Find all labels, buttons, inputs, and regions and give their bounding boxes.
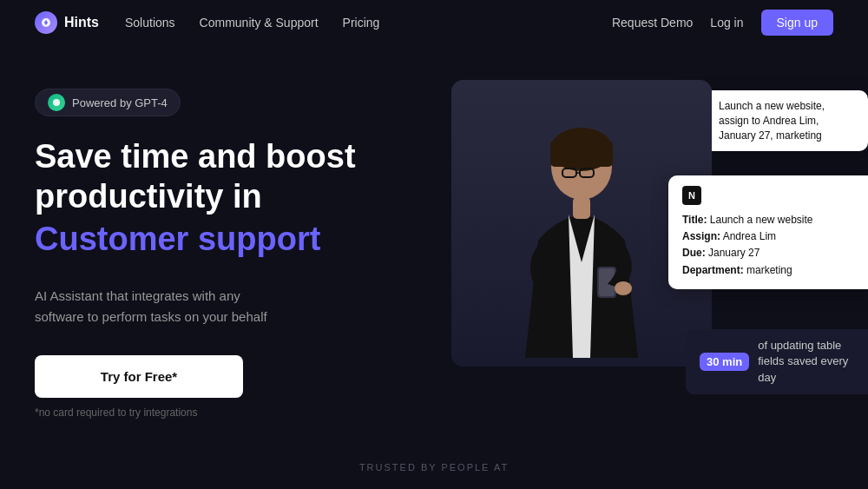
chat-bubble-top-text: Launch a new website, assign to Andrea L… xyxy=(719,99,856,142)
gpt-badge: Powered by GPT-4 xyxy=(35,89,181,116)
login-link[interactable]: Log in xyxy=(710,16,743,30)
request-demo-link[interactable]: Request Demo xyxy=(612,16,693,30)
time-badge-text: of updating table fields saved every day xyxy=(758,338,863,386)
hero-right: Launch a new website, assign to Andrea L… xyxy=(451,80,833,419)
svg-rect-5 xyxy=(550,141,613,167)
nav-right: Request Demo Log in Sign up xyxy=(612,10,833,36)
svg-point-12 xyxy=(615,281,632,295)
notion-card-header: N xyxy=(682,186,863,205)
time-badge-highlight: 30 min xyxy=(700,353,749,371)
nav-solutions[interactable]: Solutions xyxy=(125,16,175,30)
logo-icon xyxy=(35,11,57,34)
hero-subtext: AI Assistant that integrates with any so… xyxy=(35,286,347,327)
svg-rect-9 xyxy=(573,197,590,219)
svg-point-1 xyxy=(53,99,60,106)
notion-card: N Title: Launch a new website Assign: An… xyxy=(668,175,868,289)
hero-left: Powered by GPT-4 Save time and boost pro… xyxy=(35,80,434,419)
signup-button[interactable]: Sign up xyxy=(761,10,833,36)
notion-card-text: Title: Launch a new website Assign: Andr… xyxy=(682,212,863,279)
nav-links: Solutions Community & Support Pricing xyxy=(125,16,612,30)
notion-icon: N xyxy=(682,186,701,205)
logo[interactable]: Hints xyxy=(35,11,99,34)
time-saved-badge: 30 min of updating table fields saved ev… xyxy=(686,329,868,394)
gpt-badge-label: Powered by GPT-4 xyxy=(72,96,168,109)
navbar: Hints Solutions Community & Support Pric… xyxy=(0,0,868,45)
cta-try-button[interactable]: Try for Free* xyxy=(35,355,243,398)
no-card-notice: *no card required to try integrations xyxy=(35,406,434,419)
nav-pricing[interactable]: Pricing xyxy=(343,16,380,30)
logo-text: Hints xyxy=(64,15,99,30)
trusted-section: TRUSTED BY PEOPLE AT stripe verizon✓ sal… xyxy=(0,462,868,489)
hero-headline-highlight: Customer support xyxy=(35,220,434,260)
hero-headline-1: Save time and boost productivity in xyxy=(35,137,434,216)
nav-community-support[interactable]: Community & Support xyxy=(200,16,319,30)
main-content: Powered by GPT-4 Save time and boost pro… xyxy=(0,45,868,419)
gpt-icon xyxy=(48,94,65,111)
trusted-label: TRUSTED BY PEOPLE AT xyxy=(35,462,833,472)
